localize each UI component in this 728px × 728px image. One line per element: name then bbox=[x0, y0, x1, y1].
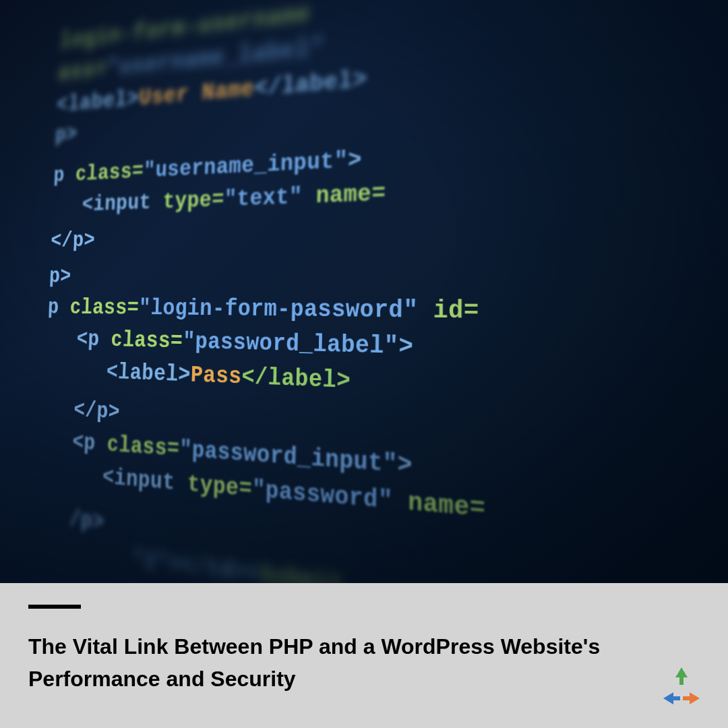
code-display: login-form-username ass="username_label"… bbox=[36, 0, 728, 583]
code-photo-background: login-form-username ass="username_label"… bbox=[0, 0, 728, 583]
code-line: p> bbox=[49, 256, 728, 289]
article-title: The Vital Link Between PHP and a WordPre… bbox=[28, 630, 621, 695]
caption-panel: The Vital Link Between PHP and a WordPre… bbox=[0, 583, 728, 728]
decorative-bar bbox=[28, 605, 81, 609]
three-arrows-logo-icon bbox=[659, 665, 704, 709]
code-line: p class="login-form-password" id= bbox=[47, 295, 728, 331]
